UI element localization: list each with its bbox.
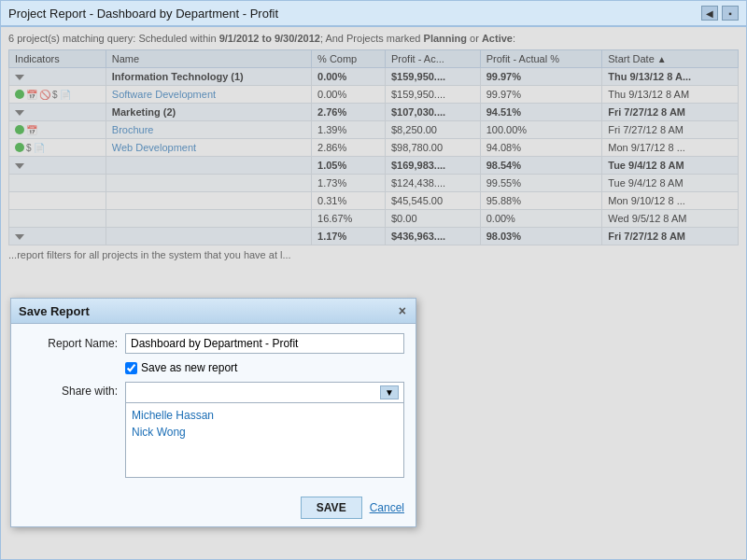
dropdown-arrow[interactable]: ▼ [380,385,399,399]
save-button[interactable]: SAVE [301,497,362,519]
dialog-title: Save Report [19,304,90,318]
window-title: Project Report - Dashboard by Department… [8,7,278,21]
save-as-new-row: Save as new report [125,361,404,374]
save-as-new-label: Save as new report [141,361,237,374]
restore-button[interactable]: ▪ [722,6,739,21]
share-dropdown[interactable]: ▼ [125,382,404,403]
main-content: 6 project(s) matching query: Scheduled w… [0,26,747,560]
share-user-michelle[interactable]: Michelle Hassan [132,407,398,424]
save-report-dialog: Save Report × Report Name: Save as new r… [10,298,416,527]
save-as-new-checkbox[interactable] [125,362,137,374]
report-name-row: Report Name: [22,333,404,354]
dialog-footer: SAVE Cancel [11,491,416,526]
report-name-label: Report Name: [22,337,125,350]
title-bar: Project Report - Dashboard by Department… [0,0,747,26]
share-list: Michelle Hassan Nick Wong [125,403,404,478]
back-button[interactable]: ◀ [701,6,718,21]
window-controls: ◀ ▪ [701,6,739,21]
share-with-row: Share with: ▼ Michelle Hassan Nick Wong [22,382,404,478]
share-with-label: Share with: [22,382,125,398]
dialog-close-button[interactable]: × [397,303,408,318]
share-user-nick[interactable]: Nick Wong [132,424,398,441]
dialog-title-bar: Save Report × [11,299,416,324]
report-name-input[interactable] [125,333,404,354]
share-right: ▼ Michelle Hassan Nick Wong [125,382,404,478]
dialog-body: Report Name: Save as new report Share wi… [11,324,416,491]
cancel-button[interactable]: Cancel [370,501,404,514]
